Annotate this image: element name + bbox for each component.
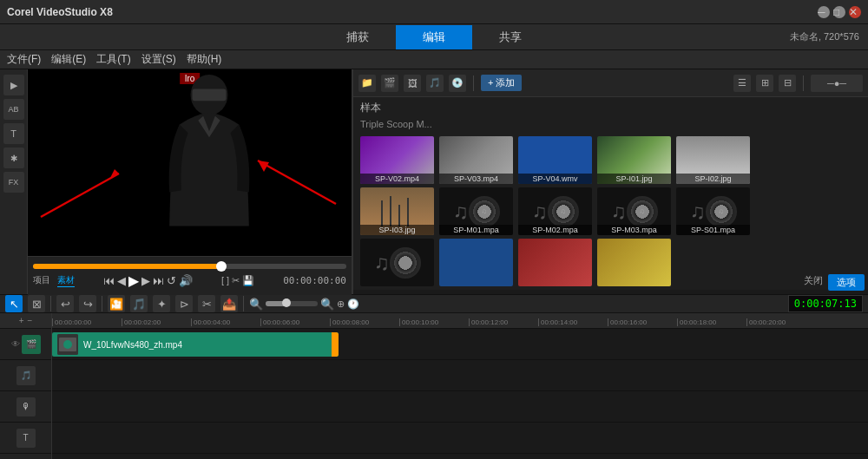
zoom-icon[interactable]: ⊕: [337, 298, 345, 310]
media-thumb-sp-i01[interactable]: SP-I01.jpg: [597, 136, 671, 184]
media-thumb-extra1[interactable]: [360, 239, 434, 286]
view-grid-lg-btn[interactable]: ⊟: [779, 75, 796, 92]
video-clip[interactable]: W_10LfvwNs480_zh.mp4: [52, 332, 339, 357]
menu-file[interactable]: 文件(F): [7, 52, 41, 67]
menu-settings[interactable]: 设置(S): [141, 52, 176, 67]
step-forward-button[interactable]: ▶: [141, 274, 150, 287]
audio-icon-btn[interactable]: 🎵: [426, 75, 444, 92]
zoom-controls: 🔍 🔍 ⊕ 🕐: [249, 298, 359, 311]
media-thumb-extra4[interactable]: [597, 239, 671, 286]
image-icon-btn[interactable]: 🖼: [404, 75, 421, 92]
add-track-btn[interactable]: +: [19, 316, 24, 325]
track4-icon[interactable]: T: [16, 429, 36, 448]
media-thumb-sp-v03[interactable]: SP-V03.mp4: [439, 136, 513, 184]
mark-in[interactable]: [: [221, 275, 224, 285]
export-frame-btn[interactable]: 📤: [220, 295, 238, 312]
menu-help[interactable]: 帮助(H): [187, 52, 222, 67]
project-label[interactable]: 项目: [33, 274, 50, 287]
svg-marker-3: [110, 169, 119, 178]
timeline-multi-btn[interactable]: ⊠: [28, 295, 45, 312]
close-button[interactable]: ✕: [849, 6, 861, 18]
zoom-slider[interactable]: [266, 301, 318, 306]
view-list-btn[interactable]: ☰: [733, 75, 751, 92]
media-thumb-sp-v02[interactable]: SP-V02.mp4: [360, 136, 434, 184]
media-thumb-extra3[interactable]: [518, 239, 592, 286]
close-media-label[interactable]: 关闭: [804, 274, 823, 291]
timeline-select-btn[interactable]: ↖: [5, 295, 23, 312]
media-thumb-sp-i02[interactable]: SP-I02.jpg: [676, 136, 750, 184]
clip-thumbnail: [57, 334, 78, 355]
view-grid-sm-btn[interactable]: ⊞: [756, 75, 773, 92]
timeline-content: 00:00:00:00 00:00:02:00 00:00:04:00 00:0…: [52, 313, 868, 459]
zoom-in-button[interactable]: 🔍: [320, 298, 334, 311]
split-button[interactable]: ✂: [198, 295, 215, 312]
media-thumb-sp-i03[interactable]: SP-I03.jpg: [360, 187, 434, 235]
track-3[interactable]: [52, 391, 868, 423]
add-media-button[interactable]: + 添加: [481, 75, 522, 91]
timeline-thumb[interactable]: [216, 261, 227, 272]
record-button[interactable]: 🎦: [108, 295, 125, 312]
track1-toggle[interactable]: 👁: [11, 339, 20, 349]
transition-button[interactable]: ⊳: [175, 295, 193, 312]
media-thumb-sp-s01[interactable]: ♫ SP-S01.mpa: [676, 187, 750, 235]
tool-motion[interactable]: ▶: [3, 75, 24, 95]
media-thumb-sp-v04[interactable]: SP-V04.wmv: [518, 136, 592, 184]
clip-name: W_10LfvwNs480_zh.mp4: [83, 340, 182, 350]
menu-edit[interactable]: 编辑(E): [51, 52, 86, 67]
ruler-mark-3: 00:00:06:00: [260, 318, 330, 326]
tool-text[interactable]: T: [3, 123, 24, 144]
effect-button[interactable]: ✦: [153, 295, 170, 312]
tab-edit[interactable]: 编辑: [396, 25, 472, 49]
track3-icon[interactable]: 🎙: [16, 397, 36, 416]
loop-button[interactable]: ↺: [167, 274, 176, 287]
media-toolbar: 📁 🎬 🖼 🎵 💿 + 添加 ☰ ⊞ ⊟ ─●─: [353, 69, 868, 97]
remove-track-btn[interactable]: −: [28, 316, 33, 325]
restore-button[interactable]: □: [833, 6, 845, 18]
track2-icon[interactable]: 🎵: [16, 366, 36, 385]
play-button[interactable]: ▶: [128, 272, 139, 289]
step-back-button[interactable]: ◀: [117, 274, 126, 287]
clip-trim[interactable]: ✂: [232, 275, 240, 286]
tab-share[interactable]: 共享: [472, 25, 549, 49]
preview-controls: 项目 素材 ⏮ ◀ ▶ ▶ ⏭ ↺ 🔊 [ ] ✂ 💾: [28, 256, 352, 295]
folder-icon-btn[interactable]: 📁: [358, 75, 376, 92]
save-frame[interactable]: 💾: [242, 275, 254, 286]
video-icon-btn[interactable]: 🎬: [381, 75, 398, 92]
redo-button[interactable]: ↪: [79, 295, 96, 312]
clip-end-marker: [332, 332, 339, 357]
media-panel-actions: 关闭 选项: [804, 274, 865, 291]
minimize-button[interactable]: ─: [818, 6, 830, 18]
volume-button[interactable]: 🔊: [179, 274, 193, 287]
undo-button[interactable]: ↩: [56, 295, 74, 312]
zoom-out-button[interactable]: 🔍: [249, 298, 263, 311]
options-button[interactable]: 选项: [828, 274, 865, 291]
track-5[interactable]: [52, 454, 868, 459]
media-thumb-sp-m03[interactable]: ♫ SP-M03.mpa: [597, 187, 671, 235]
svg-line-2: [41, 174, 119, 217]
zoom-thumb[interactable]: [282, 298, 291, 307]
media-thumb-sp-m01[interactable]: ♫ SP-M01.mpa: [439, 187, 513, 235]
preview-video[interactable]: Iro: [28, 69, 352, 256]
track-4[interactable]: [52, 423, 868, 454]
tool-ab[interactable]: AB: [3, 99, 24, 120]
tab-capture[interactable]: 捕获: [319, 25, 396, 49]
preview-timeline[interactable]: [33, 264, 346, 269]
tool-fx[interactable]: FX: [3, 172, 24, 193]
clock-icon[interactable]: 🕐: [347, 298, 359, 310]
track1-icon[interactable]: 🎬: [22, 335, 41, 354]
track-2[interactable]: [52, 360, 868, 391]
playback-controls: ⏮ ◀ ▶ ▶ ⏭ ↺ 🔊: [103, 272, 193, 289]
next-frame-button[interactable]: ⏭: [153, 274, 164, 287]
mark-out[interactable]: ]: [227, 275, 229, 285]
tl-sep2: [102, 296, 102, 311]
disc-icon-btn[interactable]: 💿: [449, 75, 466, 92]
media-thumb-extra2[interactable]: [439, 239, 513, 286]
media-thumb-sp-m02[interactable]: ♫ SP-M02.mpa: [518, 187, 592, 235]
prev-frame-button[interactable]: ⏮: [103, 274, 115, 287]
media-thumb-label: SP-M03.mpa: [597, 225, 671, 235]
menu-tools[interactable]: 工具(T): [96, 52, 130, 67]
tool-star[interactable]: ✱: [3, 148, 24, 168]
sort-btn[interactable]: ─●─: [811, 75, 863, 92]
clip-label[interactable]: 素材: [57, 274, 75, 287]
audio-mix-button[interactable]: 🎵: [130, 295, 148, 312]
